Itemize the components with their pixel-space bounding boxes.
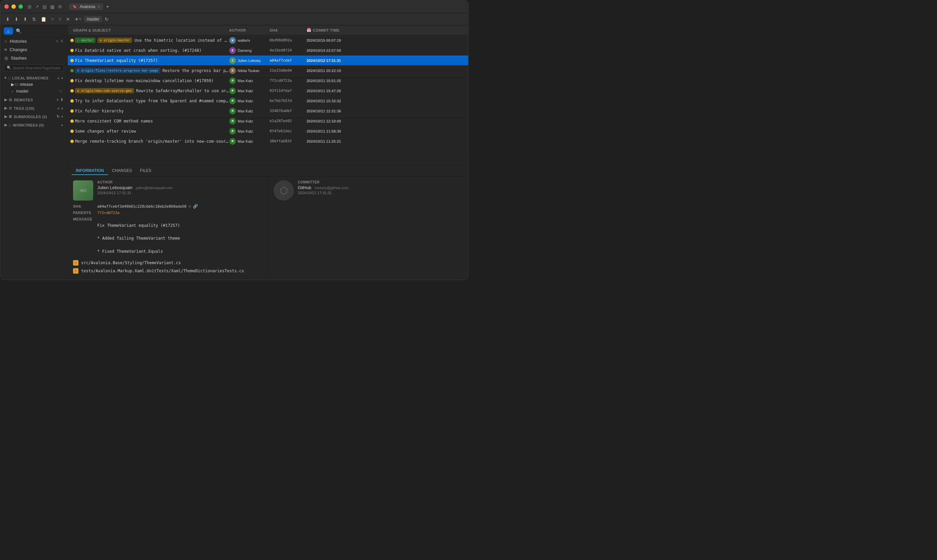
titlebar-icons: ⊞ ↗ ▤ ▦ ⚙ [28,4,62,9]
commit-row[interactable]: Fix DataGrid native aot crash when sorti… [68,45,468,55]
submodules-header[interactable]: ▶ ⊞ SUBMODULES (2) ↻ + [3,114,65,120]
tags-add-icon[interactable]: + [61,106,63,111]
window-icon-5[interactable]: ⚙ [58,4,62,9]
commit-sha: be7bb765fd [269,98,307,103]
detail-tabs: INFORMATION CHANGES FILES [68,166,468,176]
remotes-header[interactable]: ▶ ◎ REMOTES + ⬇ [3,97,65,103]
stash-icon[interactable]: 📋 [41,17,46,22]
cherry-icon[interactable]: ✕ [66,17,70,22]
commit-row[interactable]: Fix desktop lifetime non-mainwindow canc… [68,76,468,86]
fetch-icon[interactable]: ⬇ [6,17,10,22]
current-branch[interactable]: master [84,16,102,22]
home-button[interactable]: ⌂ [4,27,13,35]
remotes-fetch-icon[interactable]: ⬇ [60,98,63,102]
commit-subject: Fix ThemeVariant equality (#17257) [75,58,158,63]
window-icon-2[interactable]: ↗ [35,4,39,9]
commit-row[interactable]: Merge remote-tracking branch 'origin/mas… [68,136,468,146]
commit-row[interactable]: Some changes after reviewMMax Katz8f47e6… [68,126,468,136]
local-branches-header[interactable]: ▾ □ LOCAL BRANCHES ≡ + [3,75,65,81]
submodules-refresh-icon[interactable]: ↻ [57,114,60,119]
message-value: Fix ThemeVariant equality (#17257) * Add… [73,222,180,255]
search-placeholder: Search Branches/Tags/Subm [13,66,61,70]
minimize-button[interactable] [11,5,16,9]
sync-icon[interactable]: ⇅ [32,17,36,22]
local-branches-section: ▾ □ LOCAL BRANCHES ≡ + ▶ □ release ✓ mas… [0,73,67,95]
sidebar-item-changes[interactable]: ≡ Changes [0,45,67,54]
message-field: MESSAGE Fix ThemeVariant equality (#1725… [73,217,263,255]
worktrees-add-icon[interactable]: + [61,123,63,127]
push-icon[interactable]: ⬆ [23,17,27,22]
author-name: Max Katz [238,89,253,93]
active-branch-icon: ✓ [11,89,14,94]
author-avatar: W [229,37,236,44]
file-item-2[interactable]: ~ tests/Avalonia.Markup.Xaml.UnitTests/X… [73,267,263,275]
commit-row[interactable]: Fix ThemeVariant equality (#17257)JJulie… [68,55,468,66]
branch-add-icon[interactable]: + [61,76,63,80]
pull-icon[interactable]: ⬇ [14,17,18,22]
branch-item-master[interactable]: ✓ master ▽ [3,88,65,95]
author-date: 2024/10/12 17:31:31 [97,191,172,195]
detail-content: IMG AUTHOR Julien Lebosquain julien@lebo… [68,176,468,280]
push-tag-icon[interactable]: ✈ [75,17,79,22]
commit-subject: Fix DataGrid native aot crash when sorti… [75,48,202,53]
file-item-1[interactable]: ~ src/Avalonia.Base/Styling/ThemeVariant… [73,259,263,267]
remotes-add-icon[interactable]: + [57,98,59,102]
merge-icon[interactable]: ⑂ [58,17,61,22]
commit-graph-col: Merge remote-tracking branch 'origin/mas… [68,139,229,144]
release-label: release [20,82,33,87]
window-icon-1[interactable]: ⊞ [28,4,32,9]
remotes-collapse-icon: ▶ [5,98,7,102]
sidebar-item-stashes[interactable]: ◎ Stashes [0,54,67,62]
window-icon-3[interactable]: ▤ [42,4,47,9]
submodules-add-icon[interactable]: + [61,114,63,119]
sha-field: SHA a04af7cebf3d49b81c228cbb6c18eb2e860a… [73,204,263,209]
window-icon-4[interactable]: ▦ [50,4,54,9]
refresh-icon[interactable]: ↻ [105,17,109,22]
author-avatar: N [229,67,236,74]
sidebar-item-histories[interactable]: ○ Histories ≡ ⇅ [0,37,67,45]
parents-field: PARENTS 7f2cd0723a [73,211,263,215]
tab-close-icon[interactable]: × [98,5,100,9]
filter-icon[interactable]: ▽ [59,89,62,94]
remotes-section: ▶ ◎ REMOTES + ⬇ [0,95,67,104]
tags-header[interactable]: ▶ ⊙ TAGS (130) ≡ + [3,105,65,111]
new-tab-button[interactable]: + [106,4,109,10]
branch-icon[interactable]: ⑂ [51,17,54,22]
histories-list-icon[interactable]: ≡ [56,39,58,43]
graph-dot [70,79,74,82]
link-sha-icon[interactable]: 🔗 [193,204,198,209]
maximize-button[interactable] [18,5,23,9]
author-email: julien@lebosquain.net [135,186,172,190]
copy-sha-icon[interactable]: ⊕ [188,204,191,209]
parents-value[interactable]: 7f2cd0723a [97,211,120,215]
committer-name: GitHub noreply@github.com [298,185,349,190]
branch-search[interactable]: 🔍 Search Branches/Tags/Subm [4,64,64,71]
commit-graph-col: Fix ThemeVariant equality (#17257) [68,58,229,63]
tab-changes[interactable]: CHANGES [108,167,136,175]
branch-item-release[interactable]: ▶ □ release [3,81,65,88]
branch-switch-icon[interactable]: ⑂ [79,17,82,22]
commit-author-col: MMax Katz [229,118,269,125]
tags-list-icon[interactable]: ≡ [58,106,60,111]
worktrees-header[interactable]: ▶ □ WORKTREES (0) + [3,122,65,128]
worktrees-label: WORKTREES (0) [13,123,44,127]
search-icon: 🔍 [7,66,11,70]
commit-row[interactable]: ✓ master⊕ origin/masterUse the himetric … [68,35,468,45]
search-button[interactable]: 🔍 [16,28,22,34]
histories-sort-icon[interactable]: ⇅ [60,39,63,43]
tab-files[interactable]: FILES [136,167,155,175]
commit-row[interactable]: More consistent COM method namesMMax Kat… [68,116,468,126]
histories-label: Histories [10,39,27,44]
commit-row[interactable]: Fix folder hierarchyMMax Katz334876a0bf2… [68,106,468,116]
commit-time: 2024/10/11 15:32:32 [307,99,468,103]
commit-row[interactable]: ⊕ origin/new-com-source-genRewrite SafeA… [68,86,468,96]
commit-row[interactable]: Try to infer DataContext type from the $… [68,96,468,106]
commit-row[interactable]: ⊕ origin/fixes/restore-progress-bar-page… [68,66,468,76]
branch-list-icon[interactable]: ≡ [58,76,60,80]
close-button[interactable] [5,5,9,9]
author-avatar: M [229,138,236,145]
master-label: master [16,89,29,94]
tab-information[interactable]: INFORMATION [72,167,108,175]
commit-tag: ⊕ origin/fixes/restore-progress-bar-page [75,68,160,73]
repo-tab[interactable]: 🔖 Avalonia × [69,3,103,10]
